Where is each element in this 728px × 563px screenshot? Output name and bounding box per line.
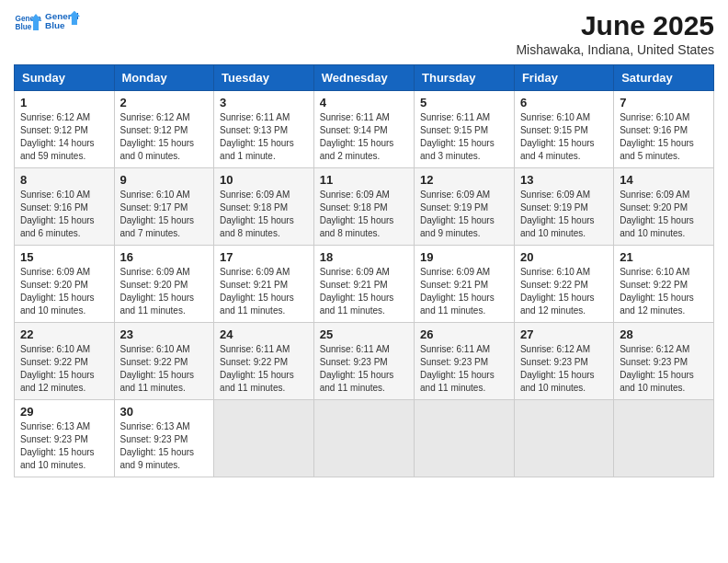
header-friday: Friday — [514, 65, 613, 91]
header-wednesday: Wednesday — [313, 65, 414, 91]
calendar-day-15: 15Sunrise: 6:09 AMSunset: 9:20 PMDayligh… — [15, 246, 115, 323]
calendar-day-21: 21Sunrise: 6:10 AMSunset: 9:22 PMDayligh… — [614, 246, 714, 323]
calendar-day-2: 2Sunrise: 6:12 AMSunset: 9:12 PMDaylight… — [114, 91, 214, 168]
calendar-day-empty — [214, 400, 314, 477]
calendar-day-12: 12Sunrise: 6:09 AMSunset: 9:19 PMDayligh… — [415, 168, 515, 246]
header-saturday: Saturday — [614, 65, 714, 91]
calendar-day-26: 26Sunrise: 6:11 AMSunset: 9:23 PMDayligh… — [415, 323, 515, 400]
calendar-day-1: 1Sunrise: 6:12 AMSunset: 9:12 PMDaylight… — [15, 91, 115, 168]
page-subtitle: Mishawaka, Indiana, United States — [516, 42, 714, 57]
calendar-day-8: 8Sunrise: 6:10 AMSunset: 9:16 PMDaylight… — [15, 168, 115, 246]
calendar-day-3: 3Sunrise: 6:11 AMSunset: 9:13 PMDaylight… — [214, 91, 314, 168]
logo-flag-icon: General Blue — [45, 9, 80, 35]
calendar-day-22: 22Sunrise: 6:10 AMSunset: 9:22 PMDayligh… — [15, 323, 115, 400]
calendar-day-10: 10Sunrise: 6:09 AMSunset: 9:18 PMDayligh… — [214, 168, 314, 246]
calendar-table: Sunday Monday Tuesday Wednesday Thursday… — [14, 64, 714, 477]
calendar-day-18: 18Sunrise: 6:09 AMSunset: 9:21 PMDayligh… — [313, 246, 414, 323]
logo: General Blue General Blue — [14, 9, 80, 35]
calendar-day-6: 6Sunrise: 6:10 AMSunset: 9:15 PMDaylight… — [514, 91, 613, 168]
calendar-day-20: 20Sunrise: 6:10 AMSunset: 9:22 PMDayligh… — [514, 246, 613, 323]
calendar-week-5: 29Sunrise: 6:13 AMSunset: 9:23 PMDayligh… — [15, 400, 714, 477]
calendar-week-2: 8Sunrise: 6:10 AMSunset: 9:16 PMDaylight… — [15, 168, 714, 246]
calendar-day-16: 16Sunrise: 6:09 AMSunset: 9:20 PMDayligh… — [114, 246, 214, 323]
page-title: June 2025 — [516, 9, 714, 42]
calendar-header-row: Sunday Monday Tuesday Wednesday Thursday… — [15, 65, 714, 91]
calendar-day-24: 24Sunrise: 6:11 AMSunset: 9:22 PMDayligh… — [214, 323, 314, 400]
calendar-day-28: 28Sunrise: 6:12 AMSunset: 9:23 PMDayligh… — [614, 323, 714, 400]
svg-text:Blue: Blue — [45, 20, 65, 30]
title-area: June 2025 Mishawaka, Indiana, United Sta… — [516, 9, 714, 57]
logo-icon: General Blue — [14, 11, 41, 33]
calendar-day-25: 25Sunrise: 6:11 AMSunset: 9:23 PMDayligh… — [313, 323, 414, 400]
calendar-day-4: 4Sunrise: 6:11 AMSunset: 9:14 PMDaylight… — [313, 91, 414, 168]
calendar-day-empty — [313, 400, 414, 477]
calendar-day-empty — [514, 400, 613, 477]
header: General Blue General Blue June 2025 Mish… — [14, 9, 714, 57]
calendar-day-empty — [415, 400, 515, 477]
calendar-week-4: 22Sunrise: 6:10 AMSunset: 9:22 PMDayligh… — [15, 323, 714, 400]
header-sunday: Sunday — [15, 65, 115, 91]
calendar-day-17: 17Sunrise: 6:09 AMSunset: 9:21 PMDayligh… — [214, 246, 314, 323]
calendar-day-9: 9Sunrise: 6:10 AMSunset: 9:17 PMDaylight… — [114, 168, 214, 246]
header-tuesday: Tuesday — [214, 65, 314, 91]
calendar-week-1: 1Sunrise: 6:12 AMSunset: 9:12 PMDaylight… — [15, 91, 714, 168]
calendar-day-29: 29Sunrise: 6:13 AMSunset: 9:23 PMDayligh… — [15, 400, 115, 477]
header-thursday: Thursday — [415, 65, 515, 91]
calendar-day-23: 23Sunrise: 6:10 AMSunset: 9:22 PMDayligh… — [114, 323, 214, 400]
calendar-day-13: 13Sunrise: 6:09 AMSunset: 9:19 PMDayligh… — [514, 168, 613, 246]
calendar-day-11: 11Sunrise: 6:09 AMSunset: 9:18 PMDayligh… — [313, 168, 414, 246]
calendar-day-30: 30Sunrise: 6:13 AMSunset: 9:23 PMDayligh… — [114, 400, 214, 477]
calendar-day-7: 7Sunrise: 6:10 AMSunset: 9:16 PMDaylight… — [614, 91, 714, 168]
calendar-day-27: 27Sunrise: 6:12 AMSunset: 9:23 PMDayligh… — [514, 323, 613, 400]
calendar-week-3: 15Sunrise: 6:09 AMSunset: 9:20 PMDayligh… — [15, 246, 714, 323]
calendar-day-19: 19Sunrise: 6:09 AMSunset: 9:21 PMDayligh… — [415, 246, 515, 323]
calendar-day-empty — [614, 400, 714, 477]
calendar-day-14: 14Sunrise: 6:09 AMSunset: 9:20 PMDayligh… — [614, 168, 714, 246]
header-monday: Monday — [114, 65, 214, 91]
svg-text:Blue: Blue — [16, 23, 32, 31]
calendar-day-5: 5Sunrise: 6:11 AMSunset: 9:15 PMDaylight… — [415, 91, 515, 168]
